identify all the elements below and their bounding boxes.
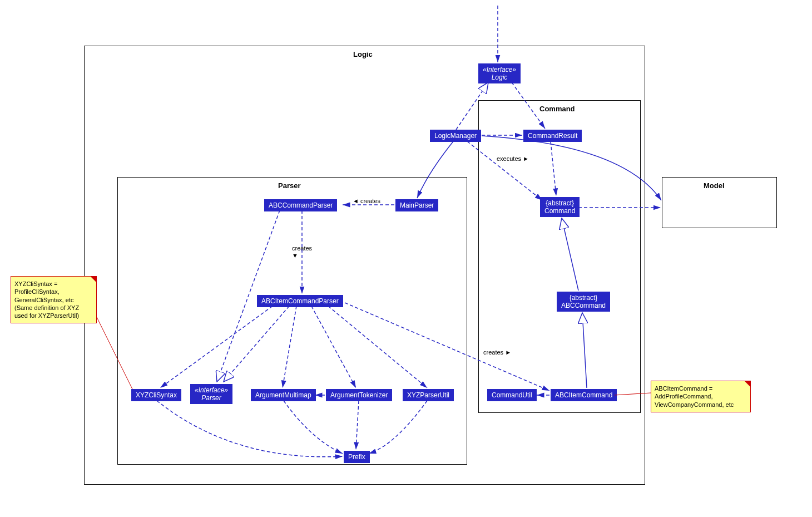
- parser-interface-node: «Interface» Parser: [190, 384, 232, 404]
- parser-interface-stereotype: «Interface»: [195, 386, 228, 394]
- logic-interface-name: Logic: [483, 73, 516, 81]
- parser-interface-name: Parser: [195, 394, 228, 402]
- creates-label-3: creates ►: [483, 349, 511, 356]
- argument-multimap-node: ArgumentMultimap: [251, 389, 316, 401]
- abc-item-command-node: ABCItemCommand: [551, 389, 617, 401]
- creates-label-1: ◄ creates: [353, 198, 380, 204]
- logic-interface-stereotype: «Interface»: [483, 66, 516, 73]
- creates-label-2: creates ▼: [292, 245, 312, 259]
- abstract-abc-command-stereotype: {abstract}: [561, 294, 606, 302]
- logic-package-title: Logic: [353, 50, 373, 58]
- prefix-node: Prefix: [344, 451, 370, 463]
- abstract-abc-command-node: {abstract} ABCCommand: [557, 292, 610, 312]
- logic-manager-node: LogicManager: [430, 130, 481, 142]
- xyz-cli-syntax-note: XYZCliSyntax = ProfileCliSyntax, General…: [11, 276, 97, 323]
- command-result-node: CommandResult: [523, 130, 582, 142]
- xyz-parser-util-node: XYZParserUtil: [403, 389, 454, 401]
- argument-tokenizer-node: ArgumentTokenizer: [326, 389, 392, 401]
- command-package: [478, 100, 641, 413]
- abstract-command-node: {abstract} Command: [540, 197, 580, 217]
- command-package-title: Command: [539, 105, 575, 113]
- parser-package-title: Parser: [278, 181, 300, 190]
- model-package-title: Model: [704, 181, 725, 190]
- abstract-command-name: Command: [544, 207, 575, 215]
- abc-command-parser-node: ABCCommandParser: [264, 199, 337, 211]
- command-util-node: CommandUtil: [487, 389, 537, 401]
- abc-item-command-parser-node: ABCItemCommandParser: [257, 295, 343, 307]
- parser-package: [117, 177, 467, 465]
- abstract-command-stereotype: {abstract}: [544, 199, 575, 207]
- abstract-abc-command-name: ABCCommand: [561, 302, 606, 309]
- abc-item-command-note: ABCItemCommand = AddProfileCommand, View…: [651, 381, 751, 412]
- xyz-cli-syntax-node: XYZCliSyntax: [131, 389, 181, 401]
- logic-interface-node: «Interface» Logic: [478, 63, 521, 83]
- main-parser-node: MainParser: [395, 199, 438, 211]
- executes-label: executes ►: [497, 155, 529, 162]
